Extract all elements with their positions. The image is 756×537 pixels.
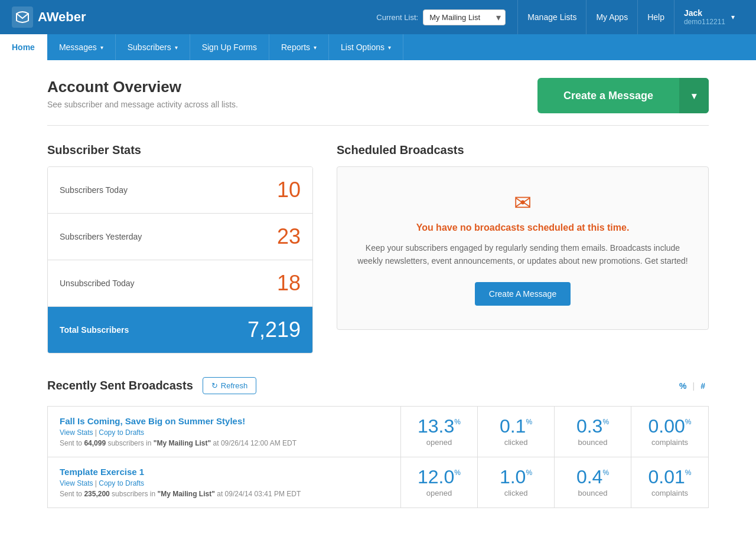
sent-count-2: 235,200: [84, 490, 109, 498]
stat-label-yesterday: Subscribers Yesterday: [60, 232, 142, 241]
clicked-sup-1: %: [526, 418, 532, 426]
complaints-sup-1: %: [685, 418, 692, 426]
user-info: Jack demo112211: [684, 8, 725, 26]
subscribers-chevron-icon: ▾: [175, 44, 178, 51]
nav-messages[interactable]: Messages ▾: [47, 34, 116, 60]
opened-label-2: opened: [426, 489, 452, 497]
no-broadcasts-message: You have no broadcasts scheduled at this…: [355, 222, 690, 233]
messages-chevron-icon: ▾: [100, 44, 103, 51]
sent-at-1: 09/26/14 12:00 AM EDT: [221, 439, 296, 447]
broadcast-info-2: Template Exercise 1 View Stats | Copy to…: [48, 457, 401, 507]
broadcast-name-2[interactable]: Template Exercise 1: [60, 467, 389, 477]
user-chevron-icon: ▾: [731, 13, 735, 21]
broadcast-stat-complaints-1: 0.00% complaints: [631, 407, 708, 457]
account-overview-title: Account Overview: [47, 78, 238, 96]
bounced-sup-2: %: [602, 469, 609, 477]
broadcast-row-2: Template Exercise 1 View Stats | Copy to…: [47, 457, 709, 508]
recently-sent-section: Recently Sent Broadcasts ↻ Refresh % | #…: [47, 377, 709, 508]
nav-list-options[interactable]: List Options ▾: [329, 34, 403, 60]
stat-row-yesterday: Subscribers Yesterday 23: [48, 214, 312, 260]
broadcast-name-1[interactable]: Fall Is Coming, Save Big on Summer Style…: [60, 416, 389, 426]
opened-value-2: 12.0: [418, 466, 454, 487]
stat-value-today: 10: [277, 178, 301, 202]
view-toggle: % | #: [676, 380, 709, 392]
list-name-2: "My Mailing List": [157, 490, 214, 498]
toggle-divider: |: [693, 381, 695, 391]
user-section[interactable]: Jack demo112211 ▾: [674, 0, 744, 34]
header-controls: Current List: My Mailing List Manage Lis…: [376, 0, 744, 34]
broadcast-stat-bounced-1: 0.3% bounced: [555, 407, 631, 457]
sent-at-2: 09/24/14 03:41 PM EDT: [225, 490, 301, 498]
my-apps-link[interactable]: My Apps: [586, 0, 637, 34]
clicked-value-2: 1.0: [500, 466, 526, 487]
nav-reports[interactable]: Reports ▾: [269, 34, 329, 60]
complaints-value-1: 0.00: [649, 415, 685, 437]
view-stats-link-1[interactable]: View Stats: [60, 428, 93, 437]
list-select-wrapper: My Mailing List: [423, 9, 506, 25]
broadcast-links-1: View Stats | Copy to Drafts: [60, 428, 389, 437]
subscriber-stats-table: Subscribers Today 10 Subscribers Yesterd…: [47, 166, 313, 353]
percent-toggle[interactable]: %: [676, 380, 690, 392]
complaints-label-2: complaints: [651, 489, 688, 497]
list-name-1: "My Mailing List": [154, 439, 211, 447]
create-message-button[interactable]: Create a Message ▾: [537, 78, 709, 113]
copy-drafts-link-1[interactable]: Copy to Drafts: [99, 428, 144, 437]
broadcast-sent-1: Sent to 64,099 subscribers in "My Mailin…: [60, 439, 389, 447]
broadcast-stat-opened-2: 12.0% opened: [401, 457, 478, 507]
hash-toggle[interactable]: #: [697, 380, 709, 392]
account-overview-row: Account Overview See subscriber and mess…: [47, 78, 709, 126]
view-stats-link-2[interactable]: View Stats: [60, 479, 93, 487]
bounced-value-1: 0.3: [576, 415, 602, 437]
broadcast-stat-bounced-2: 0.4% bounced: [555, 457, 631, 507]
stat-label-today: Subscribers Today: [60, 185, 128, 195]
account-overview-text: Account Overview See subscriber and mess…: [47, 78, 238, 109]
no-broadcasts-icon: ✉: [355, 191, 690, 215]
svg-rect-0: [12, 6, 33, 28]
stat-row-unsubscribed: Unsubscribed Today 18: [48, 260, 312, 307]
help-link[interactable]: Help: [637, 0, 674, 34]
complaints-label-1: complaints: [651, 438, 688, 447]
header: AWeber Current List: My Mailing List Man…: [0, 0, 756, 34]
main-nav: Home Messages ▾ Subscribers ▾ Sign Up Fo…: [0, 34, 756, 60]
broadcast-info-1: Fall Is Coming, Save Big on Summer Style…: [48, 407, 401, 457]
clicked-value-1: 0.1: [500, 415, 526, 437]
broadcasts-box: ✉ You have no broadcasts scheduled at th…: [337, 166, 709, 330]
list-options-chevron-icon: ▾: [388, 44, 391, 51]
nav-subscribers[interactable]: Subscribers ▾: [116, 34, 190, 60]
recently-sent-header: Recently Sent Broadcasts ↻ Refresh % | #: [47, 377, 709, 394]
broadcast-stat-clicked-2: 1.0% clicked: [478, 457, 555, 507]
manage-lists-link[interactable]: Manage Lists: [517, 0, 586, 34]
broadcast-stat-opened-1: 13.3% opened: [401, 407, 478, 457]
user-id: demo112211: [684, 18, 725, 26]
nav-signup-forms[interactable]: Sign Up Forms: [190, 34, 269, 60]
scheduled-broadcasts-title: Scheduled Broadcasts: [337, 143, 709, 157]
stat-row-total: Total Subscribers 7,219: [48, 307, 312, 353]
create-message-chevron-icon: ▾: [679, 78, 709, 113]
current-list-label: Current List:: [376, 13, 418, 22]
stat-value-total: 7,219: [247, 317, 301, 342]
logo[interactable]: AWeber: [12, 6, 86, 28]
stat-value-unsubscribed: 18: [277, 271, 301, 296]
broadcast-row-1: Fall Is Coming, Save Big on Summer Style…: [47, 406, 709, 457]
opened-label-1: opened: [426, 438, 452, 447]
clicked-label-1: clicked: [504, 438, 528, 447]
refresh-icon: ↻: [211, 381, 218, 390]
current-list-select[interactable]: My Mailing List: [423, 9, 506, 25]
clicked-sup-2: %: [526, 469, 532, 477]
account-overview-subtitle: See subscriber and message activity acro…: [47, 100, 238, 109]
copy-drafts-link-2[interactable]: Copy to Drafts: [99, 479, 144, 487]
complaints-sup-2: %: [685, 469, 692, 477]
create-a-message-button[interactable]: Create A Message: [475, 282, 571, 306]
stat-label-unsubscribed: Unsubscribed Today: [60, 279, 135, 288]
broadcast-stat-clicked-1: 0.1% clicked: [478, 407, 555, 457]
nav-home[interactable]: Home: [0, 34, 47, 60]
two-col-section: Subscriber Stats Subscribers Today 10 Su…: [47, 143, 709, 353]
broadcast-stat-complaints-2: 0.01% complaints: [631, 457, 708, 507]
scheduled-broadcasts-section: Scheduled Broadcasts ✉ You have no broad…: [337, 143, 709, 353]
complaints-value-2: 0.01: [649, 466, 685, 487]
stat-label-total: Total Subscribers: [60, 325, 129, 335]
create-message-btn-text: Create a Message: [537, 78, 679, 113]
reports-chevron-icon: ▾: [314, 44, 317, 51]
subscriber-stats-title: Subscriber Stats: [47, 143, 313, 157]
refresh-button[interactable]: ↻ Refresh: [203, 377, 257, 394]
